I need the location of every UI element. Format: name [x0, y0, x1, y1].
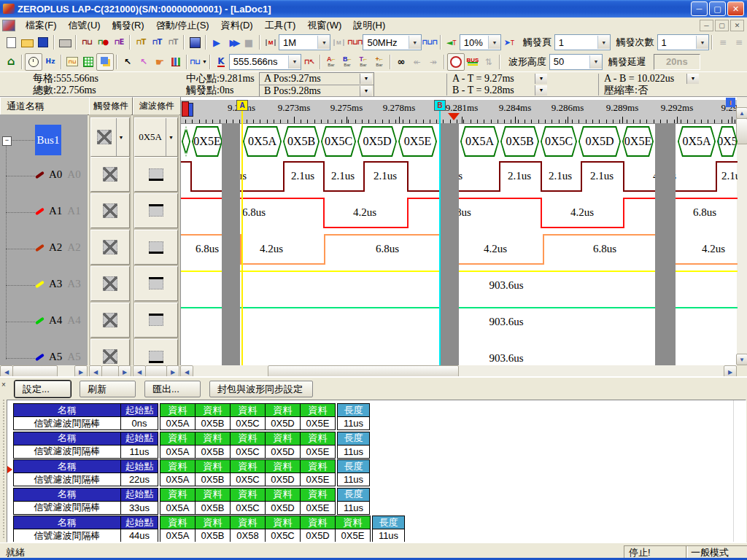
panel-button-1[interactable]: 刷新 [80, 381, 136, 397]
packet-value-row[interactable]: 信號濾波間隔棒33us0X5A0X5B0X5C0X5D0X5E11us [13, 501, 369, 515]
select-cursor-icon[interactable]: ↖ [120, 54, 136, 70]
channel-item-a2[interactable]: A2A2 [35, 241, 81, 254]
channel-item-a3[interactable]: A3A3 [35, 278, 81, 290]
scroll-thumb[interactable] [736, 118, 747, 144]
t-bar-icon[interactable]: T⌐Bar [355, 54, 371, 70]
packet-value-row[interactable]: 信號濾波間隔棒44us0X5A0X5B0X580X5C0X5D0X5E11us [13, 529, 404, 542]
freq-wave-icon[interactable]: ⊓⊔⊓ [422, 34, 438, 50]
stop-icon[interactable]: ■ [241, 34, 257, 50]
find-icon[interactable]: ∞ [393, 54, 409, 70]
trigger-wave-icon[interactable]: ⊓T [149, 34, 165, 50]
print-icon[interactable] [57, 34, 73, 50]
memory-depth-combo[interactable]: 1M ▼ [279, 34, 330, 50]
packet-value-row[interactable]: 信號濾波間隔棒11us0X5A0X5B0X5C0X5D0X5E11us [13, 445, 369, 459]
channel-item-a5[interactable]: A5A5 [35, 351, 81, 363]
tree-hscrollbar[interactable]: ◀ ▶ [0, 365, 88, 377]
a5-trigger-cell[interactable] [90, 339, 130, 365]
trigger-count-combo[interactable]: 1 ▼ [657, 34, 709, 50]
memory-depth-icon[interactable]: M [263, 34, 279, 50]
a-bar-icon[interactable]: A⌐Bar [323, 54, 339, 70]
time-ruler[interactable]: 9.27ms9.273ms9.275ms9.278ms9.281ms9.284m… [181, 100, 738, 124]
mdi-restore-button[interactable]: ▢ [715, 20, 729, 31]
packet-value-row[interactable]: 信號濾波間隔棒0ns0X5A0X5B0X5C0X5D0X5E11us [13, 416, 369, 430]
chevron-down-icon[interactable]: ▼ [317, 36, 330, 49]
run-icon[interactable]: ▶ [209, 34, 225, 50]
menu-item-4[interactable]: 資料(D) [215, 18, 259, 34]
chevron-down-icon[interactable]: ▼ [116, 118, 124, 156]
a-pos-dropdown[interactable]: ▼ [360, 74, 372, 84]
b-t-dropdown[interactable]: ▼ [535, 85, 547, 96]
a2-filter-cell[interactable] [134, 230, 178, 265]
waveform-canvas[interactable]: 9.27ms9.273ms9.275ms9.278ms9.281ms9.284m… [180, 97, 738, 365]
next-icon[interactable]: ↠ [425, 54, 441, 70]
stack-icon[interactable]: ≡ [715, 34, 731, 50]
trigger-mark-icon[interactable]: ⊓T [133, 34, 149, 50]
panel-drag-handle[interactable] [3, 400, 5, 538]
a-flag-icon[interactable] [182, 101, 189, 117]
listing-window-icon[interactable] [80, 54, 96, 70]
goto-trigger-icon[interactable]: ➤T [501, 34, 517, 50]
menu-item-3[interactable]: 啓動/停止(S) [150, 18, 215, 34]
frequency-gauge-icon[interactable]: Hz [42, 54, 58, 70]
mdi-minimize-button[interactable]: ─ [700, 20, 713, 31]
menu-item-1[interactable]: 信號(U) [63, 18, 107, 34]
bus-packet-icon[interactable]: BUS [465, 54, 481, 70]
wave-vertical-scrollbar[interactable]: ▲ ▼ [737, 97, 747, 365]
bus-trigger-cell[interactable]: ▼ [90, 117, 130, 157]
chevron-down-icon[interactable]: ▼ [488, 36, 500, 49]
analyzer-icon[interactable] [187, 34, 203, 50]
prev-icon[interactable]: ↞ [409, 54, 425, 70]
menu-item-5[interactable]: 工具(T) [259, 18, 302, 34]
trigger-pos-icon[interactable]: ◄T [444, 34, 460, 50]
menu-item-6[interactable]: 視窗(W) [301, 18, 347, 34]
scroll-up-icon[interactable]: ▲ [736, 107, 747, 119]
minimize-button[interactable]: ─ [691, 1, 708, 16]
a-b-dropdown[interactable]: ▼ [686, 74, 699, 84]
a2-trigger-cell[interactable] [90, 230, 130, 265]
b-bar-line[interactable] [439, 110, 441, 365]
home-icon[interactable]: ⌂ [3, 54, 19, 70]
mdi-close-button[interactable]: ✕ [730, 20, 744, 31]
channel-tree[interactable]: −Bus1A0A0A1A1A2A2A3A3A4A4A5A5 [0, 114, 88, 365]
measure-chart-icon[interactable] [168, 54, 184, 70]
panel-button-3[interactable]: 封包與波形同步設定 [209, 381, 313, 397]
memory-page-icon[interactable]: M [330, 34, 347, 50]
menu-item-2[interactable]: 觸發(R) [107, 18, 150, 34]
a3-trigger-cell[interactable] [90, 266, 130, 301]
save-file-icon[interactable] [35, 34, 51, 50]
a0-filter-cell[interactable] [134, 157, 178, 192]
chevron-down-icon[interactable]: ▼ [696, 36, 708, 49]
swap-icon[interactable]: ⇅ [481, 54, 497, 70]
trigger-marker-icon[interactable] [448, 113, 460, 120]
close-button[interactable]: ✕ [727, 1, 744, 16]
chevron-down-icon[interactable]: ▼ [589, 55, 602, 69]
a5-filter-cell[interactable] [134, 339, 178, 365]
maximize-button[interactable]: ▢ [709, 1, 726, 16]
time-div-combo[interactable]: 555.566ns ▼ [229, 54, 301, 70]
clock-icon[interactable] [25, 53, 42, 71]
unstack-icon[interactable]: ≡ [731, 34, 747, 50]
repeat-run-icon[interactable]: ▶▶ [225, 34, 241, 50]
waveform-window-icon[interactable]: ⊓⊔ [64, 54, 80, 70]
wave-height-combo[interactable]: 50 ▼ [549, 54, 603, 70]
chevron-down-icon[interactable]: ▼ [409, 36, 421, 49]
a-t-dropdown[interactable]: ▼ [535, 74, 547, 84]
chevron-down-icon[interactable]: ▼ [288, 55, 301, 69]
new-file-icon[interactable] [3, 34, 19, 50]
sample-freq-icon[interactable]: ⊓⊔⊓ [347, 34, 363, 50]
sync-clock-icon[interactable] [447, 53, 465, 71]
open-file-icon[interactable] [19, 34, 35, 50]
a1-filter-cell[interactable] [134, 193, 178, 228]
chevron-down-icon[interactable]: ▼ [166, 118, 174, 156]
menu-item-0[interactable]: 檔案(F) [20, 18, 63, 34]
bus-item[interactable]: Bus1 [35, 125, 61, 155]
a3-filter-cell[interactable] [134, 266, 178, 301]
b-pos-dropdown[interactable]: ▼ [360, 86, 372, 96]
chevron-down-icon[interactable]: ▼ [597, 36, 610, 49]
a1-trigger-cell[interactable] [90, 193, 130, 228]
wave-mode-icon[interactable]: ⊓⊔▼ [190, 54, 207, 70]
panel-close-icon[interactable]: × [1, 381, 10, 389]
filter-hscrollbar[interactable]: ◀ ▶ [133, 365, 179, 377]
sampling-setup-icon[interactable]: ⊓⊔ [79, 34, 95, 50]
hand-pan-icon[interactable]: ☛ [152, 54, 168, 70]
